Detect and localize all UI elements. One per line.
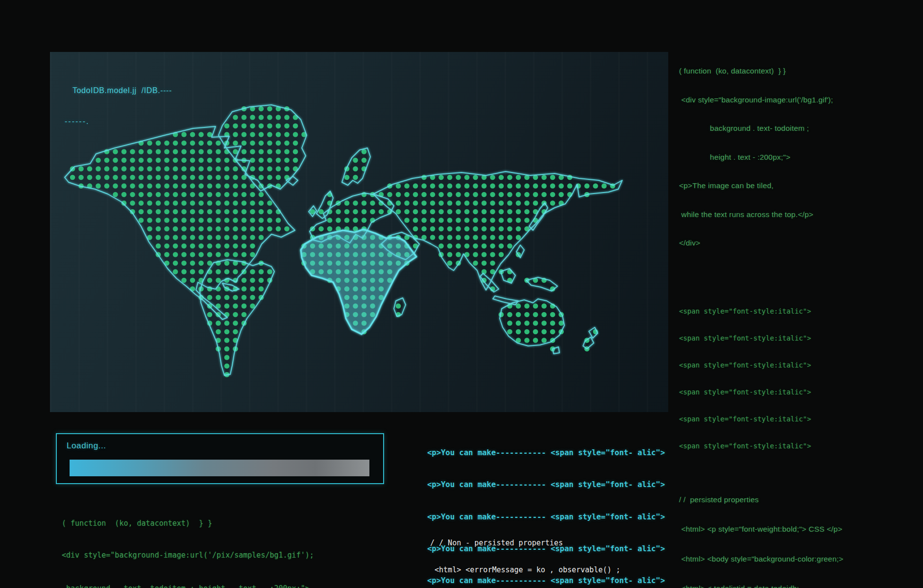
code-line: <span style="font-style:italic"> (679, 360, 923, 371)
continent-africa-highlighted (301, 229, 416, 334)
right-code-column: ( function (ko, datacontext) } } <div st… (679, 47, 923, 588)
map-title-line1: TodoIDB.model.jj /IDB.---- (73, 85, 172, 96)
island-new-zealand-south (583, 337, 594, 349)
code-line: <html> <errorMessage = ko , observable()… (430, 565, 620, 575)
code-line: while the text runs across the top.</p> (679, 210, 923, 220)
code-line: background . text- todoitem ; height . t… (62, 584, 314, 588)
code-line: / / Non - persisted properties (430, 539, 620, 548)
code-line: / / persisted properties (679, 494, 923, 505)
world-map-panel: TodoIDB.model.jj /IDB.---- ------. (50, 52, 668, 412)
continent-asia (373, 172, 622, 290)
code-line: <span style="font-style:italic"> (679, 333, 923, 344)
code-line: <div style="background-image:url('/pix/s… (62, 550, 314, 560)
map-title-line2: ------. (65, 116, 172, 126)
island-sumatra (480, 273, 499, 292)
loading-panel: Loading... (56, 433, 384, 484)
island-japan (529, 203, 548, 230)
map-title: TodoIDB.model.jj /IDB.---- ------. (73, 65, 172, 147)
code-line: height . text - :200px;"> (679, 152, 923, 162)
code-line: <p>The image can be tiled, (679, 181, 923, 191)
code-line: ( function (ko, datacontext) } } (679, 66, 923, 76)
code-line: <span style="font-style:italic"> (679, 414, 923, 425)
code-line: <html> <p style="font-weight:bold;"> CSS… (679, 524, 923, 535)
code-line: <div style="background-image:url('/bg1.g… (679, 95, 923, 105)
persisted-properties-block-1: / / persisted properties <html> <p style… (679, 475, 923, 588)
code-line: <html> <body style="background-color:gre… (679, 554, 923, 564)
loading-label: Loading... (67, 441, 106, 451)
code-line: </div> (679, 238, 923, 248)
loading-progress-bar (70, 460, 369, 476)
bottom-left-code-block: ( function (ko, datacontext) } } <div st… (62, 501, 314, 588)
code-line: background . text- todoitem ; (679, 123, 923, 133)
code-line: <p>You can make----------- <span style="… (427, 478, 665, 492)
head-code-block: ( function (ko, datacontext) } } <div st… (679, 47, 923, 267)
code-line: <p>You can make----------- <span style="… (427, 446, 665, 460)
code-line: <span style="font-style:italic"> (679, 441, 923, 452)
island-java (493, 296, 518, 305)
hacker-dashboard: { "map": { "label_line1": "TodoIDB.model… (0, 0, 923, 588)
code-line: ( function (ko, datacontext) } } (62, 518, 314, 528)
span-lines-block: <span style="font-style:italic"> <span s… (679, 290, 923, 467)
continent-south-america (200, 260, 274, 375)
center-white-code-block: / / Non - persisted properties <html> <e… (430, 521, 620, 584)
code-line: <span style="font-style:italic"> (679, 387, 923, 398)
code-line: <span style="font-style:italic"> (679, 306, 923, 317)
code-line: <html> <.todolistid = data.todoidb; (679, 583, 923, 588)
